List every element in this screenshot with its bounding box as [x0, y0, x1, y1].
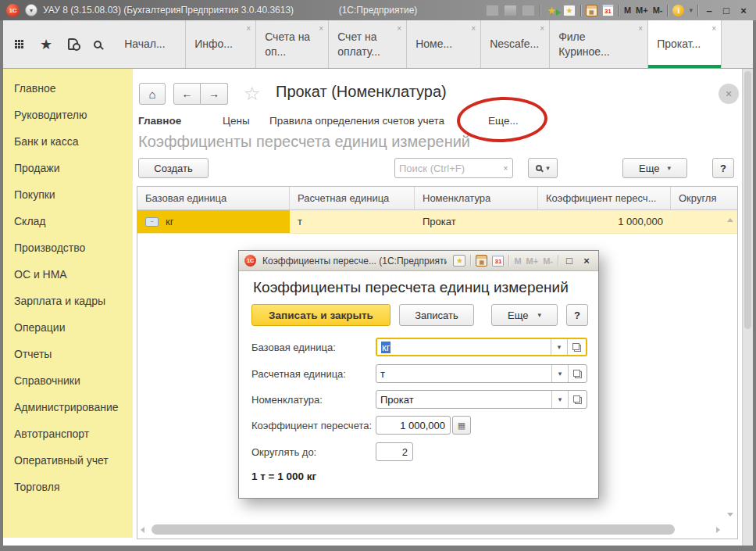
dialog-titlebar[interactable]: 1С Коэффициенты пересче... (1С:Предприят…	[239, 251, 598, 271]
calc-unit-input[interactable]: т ▾	[376, 364, 587, 383]
forward-button[interactable]: →	[201, 83, 228, 105]
dropdown-icon[interactable]: ▾	[551, 391, 568, 408]
sidebar-item-14[interactable]: Оперативный учет	[3, 447, 133, 474]
column-header-4[interactable]: Округля	[671, 187, 737, 209]
calculator-icon[interactable]: ▦	[452, 416, 471, 435]
tab-0[interactable]: Начал...	[116, 20, 186, 68]
sidebar-item-3[interactable]: Продажи	[3, 155, 133, 181]
scroll-right-icon[interactable]	[716, 527, 720, 533]
nomenclature-input[interactable]: Прокат ▾	[376, 390, 587, 409]
dropdown-icon[interactable]: ▾	[551, 365, 568, 382]
cell-base-unit[interactable]: ~ кг	[137, 210, 290, 234]
tab-3[interactable]: Счет на оплату...×	[329, 20, 407, 68]
calendar-icon[interactable]: 31	[602, 5, 614, 16]
dialog-close-button[interactable]: ×	[580, 255, 593, 267]
sidebar-item-8[interactable]: Зарплата и кадры	[3, 288, 133, 314]
tab-4[interactable]: Номе...×	[407, 20, 481, 68]
scrollbar-thumb[interactable]	[744, 71, 751, 329]
sidebar-item-7[interactable]: ОС и НМА	[3, 261, 133, 288]
more-button[interactable]: Еще ▾	[622, 158, 687, 178]
maximize-button[interactable]: □	[720, 5, 733, 16]
sidebar-item-1[interactable]: Руководителю	[3, 102, 133, 128]
goto-favorites-icon[interactable]: ★	[545, 5, 558, 16]
base-unit-input[interactable]: кг ▾	[376, 338, 587, 356]
open-icon[interactable]	[568, 365, 587, 382]
sidebar-item-15[interactable]: Торговля	[3, 474, 133, 500]
back-button[interactable]: ←	[173, 83, 201, 105]
tab-close-icon[interactable]: ×	[638, 23, 643, 34]
horizontal-scrollbar[interactable]	[141, 524, 720, 535]
column-header-0[interactable]: Базовая единица	[137, 187, 290, 209]
column-header-2[interactable]: Номенклатура	[415, 187, 538, 209]
nav-link-1[interactable]: Цены	[223, 115, 250, 127]
history-icon[interactable]	[68, 38, 78, 50]
sidebar-item-0[interactable]: Главное	[3, 75, 133, 102]
calculator-icon[interactable]: ▦	[586, 5, 597, 16]
scroll-up-icon[interactable]	[727, 218, 733, 222]
nav-link-0[interactable]: Главное	[138, 115, 181, 127]
memory-m-button[interactable]: M	[624, 5, 631, 15]
save-button[interactable]: Записать	[399, 304, 474, 326]
help-button[interactable]: ?	[712, 158, 734, 178]
tab-5[interactable]: Nescafe...×	[481, 20, 550, 68]
scroll-down-icon[interactable]	[727, 513, 733, 517]
info-dropdown-icon[interactable]: ▾	[689, 6, 693, 14]
nav-link-3[interactable]: Еще...	[488, 115, 519, 127]
sidebar-item-10[interactable]: Отчеты	[3, 341, 133, 367]
scroll-left-icon[interactable]	[141, 527, 144, 533]
dropdown-icon[interactable]: ▾	[551, 339, 567, 355]
sidebar-item-13[interactable]: Автотранспорт	[3, 420, 133, 447]
memory-mplus-button[interactable]: M+	[526, 256, 539, 266]
print-icon[interactable]	[504, 5, 517, 16]
sidebar-item-12[interactable]: Администрирование	[3, 394, 133, 420]
column-header-1[interactable]: Расчетная единица	[290, 187, 415, 209]
cell-nomenclature[interactable]: Прокат	[415, 210, 538, 234]
main-menu-button[interactable]: ▾	[25, 4, 37, 16]
global-search-icon[interactable]	[94, 41, 102, 48]
close-form-button[interactable]: ×	[719, 84, 739, 104]
sidebar-item-4[interactable]: Покупки	[3, 181, 133, 208]
dialog-more-button[interactable]: Еще ▾	[491, 304, 558, 326]
create-button[interactable]: Создать	[138, 158, 209, 178]
sidebar-item-11[interactable]: Справочники	[3, 367, 133, 394]
memory-mplus-button[interactable]: M+	[636, 5, 648, 15]
table-row[interactable]: ~ кг т Прокат 1 000,000	[137, 210, 737, 234]
tab-close-icon[interactable]: ×	[246, 23, 251, 34]
scrollbar-thumb[interactable]	[152, 524, 675, 535]
tab-close-icon[interactable]: ×	[711, 23, 716, 34]
save-and-close-button[interactable]: Записать и закрыть	[251, 304, 390, 326]
cell-calc-unit[interactable]: т	[290, 210, 415, 234]
nav-link-2[interactable]: Правила определения счетов учета	[269, 115, 444, 127]
print-preview-icon[interactable]	[522, 5, 535, 16]
coefficient-input[interactable]: 1 000,000	[376, 416, 451, 435]
tab-7[interactable]: Прокат...×	[648, 20, 722, 68]
search-input[interactable]	[395, 163, 499, 174]
memory-mminus-button[interactable]: M-	[653, 5, 663, 15]
dialog-help-button[interactable]: ?	[566, 304, 588, 326]
search-clear-icon[interactable]: ×	[499, 164, 512, 173]
dialog-maximize-button[interactable]: □	[563, 255, 576, 267]
rounding-input[interactable]: 2	[376, 442, 413, 461]
sidebar-item-5[interactable]: Склад	[3, 208, 133, 234]
memory-mminus-button[interactable]: M-	[543, 256, 553, 266]
calendar-icon[interactable]: 31	[492, 255, 504, 267]
add-favorite-icon[interactable]: ★	[563, 5, 576, 16]
sidebar-item-2[interactable]: Банк и касса	[3, 128, 133, 155]
calculator-icon[interactable]: ▦	[476, 255, 487, 267]
vertical-scrollbar[interactable]	[742, 69, 753, 546]
add-favorite-icon[interactable]: ★	[453, 255, 465, 267]
memory-m-button[interactable]: M	[514, 256, 521, 266]
apps-grid-icon[interactable]	[14, 39, 24, 49]
tab-close-icon[interactable]: ×	[471, 23, 476, 34]
sidebar-item-6[interactable]: Производство	[3, 234, 133, 261]
favorite-star-icon[interactable]: ☆	[244, 83, 261, 105]
cell-coefficient[interactable]: 1 000,000	[538, 210, 671, 234]
info-icon[interactable]: i	[672, 5, 684, 16]
tab-1[interactable]: Инфо...×	[186, 20, 256, 68]
home-button[interactable]: ⌂	[139, 83, 166, 105]
open-icon[interactable]	[568, 391, 587, 408]
favorites-icon[interactable]: ★	[40, 36, 52, 53]
tab-close-icon[interactable]: ×	[319, 23, 323, 34]
sidebar-item-9[interactable]: Операции	[3, 314, 133, 341]
tab-6[interactable]: Филе Куриное...×	[550, 20, 648, 68]
